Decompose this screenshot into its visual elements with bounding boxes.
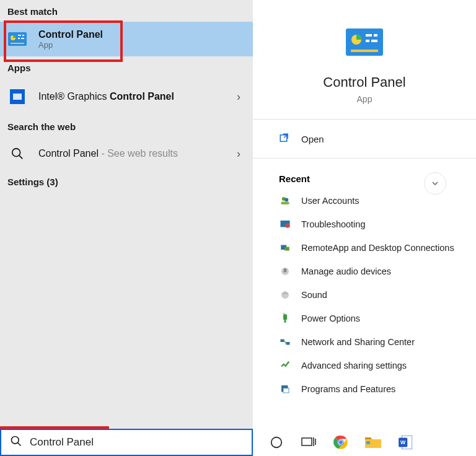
svg-text:W: W bbox=[400, 439, 406, 445]
svg-point-9 bbox=[12, 149, 20, 157]
section-search-web: Search the web bbox=[0, 115, 253, 137]
recent-item-icon bbox=[279, 312, 291, 325]
recent-item-label: Programs and Features bbox=[301, 384, 395, 394]
open-icon bbox=[279, 133, 290, 146]
search-input[interactable] bbox=[30, 436, 252, 449]
recent-list: User AccountsTroubleshootingRemoteApp an… bbox=[253, 189, 476, 401]
control-panel-large-icon bbox=[346, 28, 383, 56]
open-action[interactable]: Open bbox=[253, 120, 476, 158]
svg-rect-4 bbox=[18, 38, 20, 39]
svg-rect-31 bbox=[281, 340, 284, 343]
taskbar: W bbox=[0, 429, 476, 456]
best-match-result[interactable]: Control Panel App bbox=[0, 22, 253, 56]
svg-rect-2 bbox=[18, 35, 21, 36]
search-results-pane: Best match Control Panel App Apps Intel®… bbox=[0, 0, 253, 429]
recent-item-icon bbox=[279, 195, 291, 207]
chrome-button[interactable] bbox=[327, 430, 355, 455]
svg-rect-16 bbox=[371, 40, 377, 42]
svg-rect-40 bbox=[302, 438, 312, 445]
recent-item-label: Sound bbox=[301, 290, 327, 300]
svg-rect-8 bbox=[13, 94, 22, 100]
details-subtitle: App bbox=[253, 94, 476, 104]
svg-rect-15 bbox=[366, 40, 369, 42]
recent-item[interactable]: Sound bbox=[253, 283, 476, 307]
intel-graphics-icon bbox=[7, 87, 27, 107]
svg-point-34 bbox=[288, 361, 289, 363]
recent-item-icon bbox=[279, 242, 291, 254]
svg-rect-3 bbox=[22, 35, 24, 36]
recent-item-label: Advanced sharing settings bbox=[301, 361, 407, 370]
svg-rect-14 bbox=[374, 34, 377, 37]
word-button[interactable]: W bbox=[392, 430, 419, 455]
recent-item[interactable]: Programs and Features bbox=[253, 377, 476, 401]
recent-item[interactable]: Troubleshooting bbox=[253, 213, 476, 236]
open-label: Open bbox=[301, 134, 324, 144]
svg-point-28 bbox=[281, 291, 289, 299]
svg-rect-36 bbox=[283, 388, 289, 393]
svg-rect-21 bbox=[281, 202, 289, 205]
svg-rect-5 bbox=[21, 38, 24, 39]
recent-item[interactable]: Network and Sharing Center bbox=[253, 330, 476, 354]
chevron-right-icon: › bbox=[237, 147, 240, 160]
recent-item-icon bbox=[279, 265, 291, 278]
recent-item[interactable]: Manage audio devices bbox=[253, 260, 476, 283]
svg-rect-30 bbox=[284, 320, 286, 323]
chevron-right-icon: › bbox=[237, 90, 240, 103]
svg-rect-17 bbox=[351, 50, 378, 52]
section-settings[interactable]: Settings (3) bbox=[0, 170, 253, 192]
svg-rect-29 bbox=[283, 314, 287, 320]
recent-item-label: RemoteApp and Desktop Connections bbox=[301, 243, 454, 253]
recent-item[interactable]: Advanced sharing settings bbox=[253, 354, 476, 377]
recent-item-icon bbox=[279, 336, 291, 348]
svg-rect-32 bbox=[286, 342, 290, 345]
best-match-subtitle: App bbox=[38, 40, 103, 50]
recent-item-icon bbox=[279, 289, 291, 301]
control-panel-icon bbox=[7, 29, 27, 49]
app-result-title: Intel® Graphics Control Panel bbox=[38, 91, 174, 102]
recent-item-label: Manage audio devices bbox=[301, 266, 391, 276]
section-apps: Apps bbox=[0, 56, 253, 78]
svg-line-33 bbox=[284, 341, 286, 344]
svg-point-20 bbox=[284, 198, 288, 202]
recent-item-label: Power Options bbox=[301, 314, 360, 323]
web-search-result[interactable]: Control Panel - See web results › bbox=[0, 137, 253, 170]
recent-item-label: Network and Sharing Center bbox=[301, 337, 415, 347]
recent-item[interactable]: Power Options bbox=[253, 307, 476, 330]
recent-item-icon bbox=[279, 218, 291, 230]
recent-item-label: Troubleshooting bbox=[301, 219, 365, 229]
svg-rect-13 bbox=[366, 34, 372, 37]
svg-rect-47 bbox=[366, 441, 370, 444]
section-best-match: Best match bbox=[0, 0, 253, 22]
recent-item[interactable]: RemoteApp and Desktop Connections bbox=[253, 236, 476, 260]
expand-button[interactable] bbox=[424, 172, 446, 195]
file-explorer-button[interactable] bbox=[359, 430, 387, 455]
cortana-button[interactable] bbox=[263, 430, 290, 455]
app-result-intel-graphics[interactable]: Intel® Graphics Control Panel › bbox=[0, 78, 253, 115]
details-title: Control Panel bbox=[253, 74, 476, 90]
svg-point-37 bbox=[12, 437, 19, 444]
details-pane: Control Panel App Open Recent User Accou… bbox=[253, 0, 476, 429]
recent-item[interactable]: User Accounts bbox=[253, 189, 476, 213]
search-icon bbox=[7, 144, 27, 164]
taskbar-search[interactable] bbox=[0, 429, 253, 456]
svg-line-38 bbox=[18, 443, 21, 446]
web-result-title: Control Panel - See web results bbox=[38, 148, 178, 159]
svg-point-23 bbox=[285, 224, 290, 229]
svg-rect-25 bbox=[284, 247, 289, 251]
svg-rect-27 bbox=[284, 269, 287, 273]
best-match-title: Control Panel bbox=[38, 29, 103, 40]
svg-rect-6 bbox=[11, 43, 24, 44]
task-view-button[interactable] bbox=[295, 430, 322, 455]
svg-line-10 bbox=[19, 156, 23, 159]
search-icon bbox=[10, 435, 22, 450]
recent-item-icon bbox=[279, 359, 291, 372]
svg-point-46 bbox=[339, 441, 343, 444]
recent-item-icon bbox=[279, 383, 291, 395]
recent-item-label: User Accounts bbox=[301, 196, 359, 206]
svg-point-39 bbox=[271, 437, 282, 448]
